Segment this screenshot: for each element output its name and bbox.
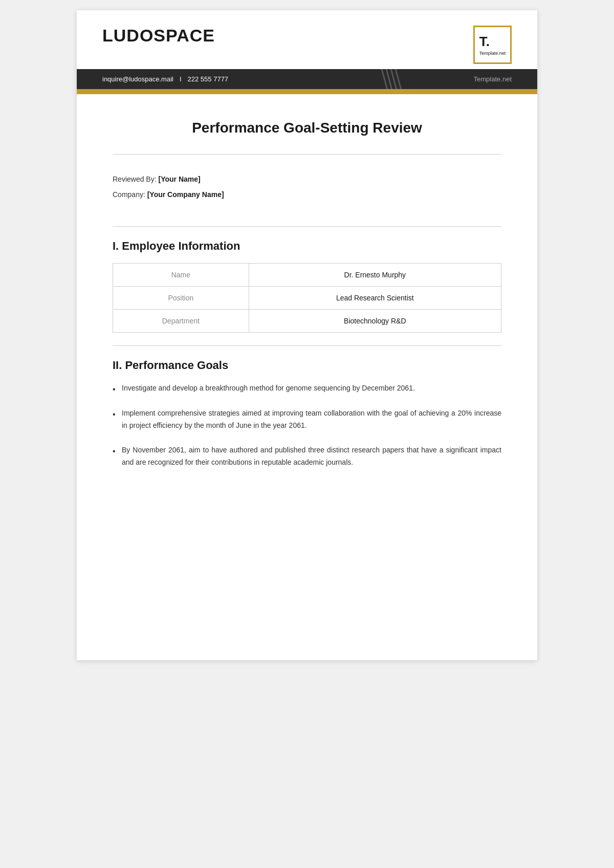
reviewed-by-value: [Your Name] <box>158 175 200 183</box>
reviewed-by-line: Reviewed By: [Your Name] <box>113 175 501 183</box>
template-logo: T. Template.net <box>473 26 512 64</box>
table-label: Name <box>113 264 249 287</box>
table-value: Biotechnology R&D <box>249 310 501 333</box>
company-label: Company: <box>113 190 145 199</box>
template-label: Template.net <box>479 51 506 56</box>
table-row: Department Biotechnology R&D <box>113 310 501 333</box>
document-title: Performance Goal-Setting Review <box>113 120 501 136</box>
goal-item: Implement comprehensive strategies aimed… <box>113 407 501 432</box>
contact-separator: I <box>180 75 182 83</box>
table-label: Department <box>113 310 249 333</box>
reviewed-by-label: Reviewed By: <box>113 175 157 183</box>
divider-3 <box>113 345 501 346</box>
goals-list: Investigate and develop a breakthrough m… <box>113 382 501 469</box>
goal-item: Investigate and develop a breakthrough m… <box>113 382 501 395</box>
goal-item: By November 2061, aim to have authored a… <box>113 444 501 469</box>
table-value: Lead Research Scientist <box>249 287 501 310</box>
contact-bar: inquire@ludospace.mail I 222 555 7777 Te… <box>77 69 537 89</box>
table-row: Position Lead Research Scientist <box>113 287 501 310</box>
section-employee-heading: I. Employee Information <box>113 240 501 253</box>
decorative-lines <box>384 69 425 89</box>
template-net-label: Template.net <box>474 75 512 83</box>
company-line: Company: [Your Company Name] <box>113 190 501 199</box>
logo-text: T. <box>479 34 506 50</box>
table-value: Dr. Ernesto Murphy <box>249 264 501 287</box>
table-label: Position <box>113 287 249 310</box>
gold-accent-bar <box>77 89 537 94</box>
section-goals-heading: II. Performance Goals <box>113 359 501 372</box>
divider-1 <box>113 154 501 155</box>
contact-email: inquire@ludospace.mail <box>102 75 173 83</box>
contact-phone: 222 555 7777 <box>188 75 229 83</box>
table-row: Name Dr. Ernesto Murphy <box>113 264 501 287</box>
review-info: Reviewed By: [Your Name] Company: [Your … <box>113 167 501 213</box>
header: LUDOSPACE T. Template.net <box>77 10 537 64</box>
divider-2 <box>113 226 501 227</box>
employee-info-table: Name Dr. Ernesto Murphy Position Lead Re… <box>113 263 501 333</box>
main-content: Performance Goal-Setting Review Reviewed… <box>77 94 537 507</box>
document-page: LUDOSPACE T. Template.net inquire@ludosp… <box>77 10 537 660</box>
company-value: [Your Company Name] <box>147 190 224 199</box>
company-name: LUDOSPACE <box>102 26 215 46</box>
